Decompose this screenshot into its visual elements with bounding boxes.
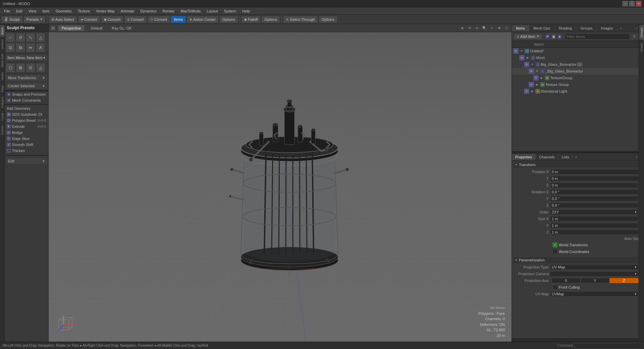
menu-item[interactable]: Item <box>40 8 52 14</box>
vert-tab-basic[interactable]: Basic <box>0 25 5 37</box>
tab-mesh-ops[interactable]: Mesh Ops <box>529 25 554 32</box>
maximize-button[interactable]: □ <box>629 1 635 6</box>
menu-texture[interactable]: Texture <box>75 8 93 14</box>
position-x-field[interactable]: 0 m <box>550 169 639 174</box>
options-button-2[interactable]: Options <box>261 16 280 23</box>
filter-btn-1[interactable]: ≡ <box>632 34 637 40</box>
convert-button-3[interactable]: ◎ Convert <box>124 16 147 23</box>
tree-item-texture-group2[interactable]: 👁 ▶ ⊞ Texture Group <box>512 81 644 88</box>
menu-animate[interactable]: Animate <box>118 8 137 14</box>
prop-tab-channels[interactable]: Channels <box>536 154 558 160</box>
viewport-ctrl-2[interactable]: ↺ <box>467 25 473 31</box>
icon-btn-6[interactable]: ⧉ <box>16 43 25 52</box>
viewport-ctrl-1[interactable]: ⊕ <box>459 25 465 31</box>
close-button[interactable]: ✕ <box>636 1 641 6</box>
falloff-button[interactable]: ◉ Falloff <box>241 16 261 23</box>
filter-input[interactable] <box>565 34 630 40</box>
action-center-button[interactable]: ⊕ Action Center <box>186 16 219 23</box>
sds-subdivide-item[interactable]: ⊞ SDS Subdivide 2X <box>5 111 48 117</box>
vert-tab-fusion[interactable]: Fusion <box>0 123 5 137</box>
front-culling-checkbox[interactable] <box>553 285 557 290</box>
icon-btn-4[interactable]: △ <box>36 33 45 42</box>
tab-groups[interactable]: Groups <box>576 25 597 32</box>
prop-tab-properties[interactable]: Properties <box>512 154 536 160</box>
axis-x-button[interactable]: X <box>551 278 581 283</box>
position-z-field[interactable]: 0 m <box>550 183 639 188</box>
vert-tab-mesh-edit[interactable]: Mesh Edit <box>0 52 5 69</box>
tree-item-bioreactor[interactable]: 👁 ▼ ⬡ Big_Glass_Bioreactor 2 <box>512 61 644 68</box>
axis-z-button[interactable]: Z <box>609 278 639 283</box>
presets-button[interactable]: Presets ▼ <box>23 16 46 23</box>
vert-tab-curve[interactable]: Curve <box>0 111 5 123</box>
order-field[interactable]: ZXY ▼ <box>550 209 639 215</box>
menu-view[interactable]: View <box>26 8 39 14</box>
menu-dynamics[interactable]: Dynamics <box>138 8 159 14</box>
smooth-shift-item[interactable]: ⤴ Smooth Shift <box>5 142 48 148</box>
lock-toggle[interactable]: 🔒 <box>551 34 556 39</box>
menu-edit[interactable]: Edit <box>13 8 25 14</box>
vert-tab-edge[interactable]: Edge <box>0 83 5 94</box>
icon-btn-1[interactable]: ↔ <box>6 33 15 42</box>
icon-btn-7[interactable]: ⇔ <box>26 43 35 52</box>
viewport-ctrl-7[interactable]: ⬡ <box>503 25 509 31</box>
add-geometry-item[interactable]: Add Geometry <box>5 105 48 111</box>
tree-eye-mesh[interactable]: 👁 <box>519 55 525 60</box>
extrude-item[interactable]: ⬆ Extrude Shift-E <box>5 123 48 130</box>
options-button-1[interactable]: Options <box>219 16 238 23</box>
add-prop-tab[interactable]: + <box>573 154 579 160</box>
rotation-z-field[interactable]: 0.0 ° <box>550 203 639 208</box>
rv-tab-shade[interactable]: Shade <box>639 41 644 54</box>
tree-item-texture-group[interactable]: 👁 ▶ ⊞ TextureGroup <box>512 74 644 81</box>
mesh-constraints-item[interactable]: ⊟ Mesh Constraints <box>5 97 48 103</box>
menu-help[interactable]: Help <box>239 8 253 14</box>
viewport-ctrl-4[interactable]: 🔍 <box>481 25 487 31</box>
icon-btn-3[interactable]: ⤡ <box>26 33 35 42</box>
world-coordinates-checkbox[interactable] <box>553 249 557 254</box>
edge-slice-item[interactable]: ✂ Edge Slice <box>5 136 48 142</box>
command-input[interactable] <box>574 343 641 348</box>
viewport-3d[interactable]: No Items Polygons : Face Channels: 0 Def… <box>49 32 512 342</box>
tree-expand-texture-group[interactable]: ▶ <box>539 76 544 80</box>
tree-expand-mesh[interactable]: ▶ <box>525 55 530 60</box>
size-z-field[interactable]: 1 m <box>550 230 639 235</box>
snaps-precision-item[interactable]: ⊕ Snaps and Precision <box>5 91 48 97</box>
tab-items[interactable]: Items <box>512 25 529 32</box>
tree-eye-texture-group[interactable]: 👁 <box>533 75 539 81</box>
tree-expand-bioreactor[interactable]: ▼ <box>530 62 535 67</box>
world-transforms-checkbox[interactable]: ✓ <box>553 243 557 247</box>
tree-item-dir-light[interactable]: 👁 ▶ ☀ Directional Light <box>512 88 644 95</box>
icon-btn-12[interactable]: △ <box>36 63 45 72</box>
tree-item-mesh[interactable]: 👁 ▶ ⬡ Mesh <box>512 54 644 61</box>
parametrization-section-header[interactable]: ▼ Parametrization <box>513 257 643 263</box>
tree-eye-texture-group2[interactable]: 👁 <box>529 82 534 87</box>
vert-tab-polygon[interactable]: Polygon <box>0 95 5 110</box>
auto-select-button[interactable]: ⊞ Auto Select <box>49 16 77 23</box>
tree-expand-texture-group2[interactable]: ▶ <box>535 82 539 87</box>
menu-vertex-map[interactable]: Vertex Map <box>93 8 117 14</box>
tree-item-bioreactor2[interactable]: 👁 ▼ ⬡ _Big_Glass_Bioreactor <box>512 68 644 74</box>
transform-section-header[interactable]: ▼ Transform <box>513 162 643 168</box>
options-button-3[interactable]: Options <box>319 16 337 23</box>
add-item-button[interactable]: + Add Item ▼ <box>514 34 542 40</box>
icon-btn-2[interactable]: ↺ <box>16 33 25 42</box>
tab-shading[interactable]: Shading <box>554 25 576 32</box>
tree-eye-dir-light[interactable]: 👁 <box>524 89 529 94</box>
projection-camera-field[interactable]: ▼ <box>550 271 639 277</box>
prop-tab-lists[interactable]: Lists <box>558 154 573 160</box>
size-x-field[interactable]: 1 m <box>550 216 639 221</box>
render-toggle[interactable]: ◈ <box>557 34 562 39</box>
tree-expand-bioreactor2[interactable]: ▼ <box>535 69 539 73</box>
viewport-tab-default[interactable]: Default <box>87 26 106 31</box>
thicken-item[interactable]: ⬛ Thicken <box>5 148 48 154</box>
tree-expand-untitled[interactable]: ▼ <box>519 49 524 53</box>
eye-toggle[interactable]: 👁 <box>545 34 550 39</box>
size-y-field[interactable]: 1 m <box>550 223 639 228</box>
icon-btn-5[interactable]: ⊡ <box>6 43 15 52</box>
position-y-field[interactable]: 0 m <box>550 176 639 181</box>
prop-expand-icon[interactable]: ⤢ <box>635 155 638 159</box>
bridge-item[interactable]: ⇔ Bridge <box>5 130 48 136</box>
panel-expand-icon[interactable]: ⤢ <box>635 27 638 30</box>
viewport-ctrl-5[interactable]: ⤡ <box>489 25 495 31</box>
properties-scrollbar[interactable] <box>512 338 644 342</box>
icon-btn-8[interactable]: A <box>36 43 45 52</box>
